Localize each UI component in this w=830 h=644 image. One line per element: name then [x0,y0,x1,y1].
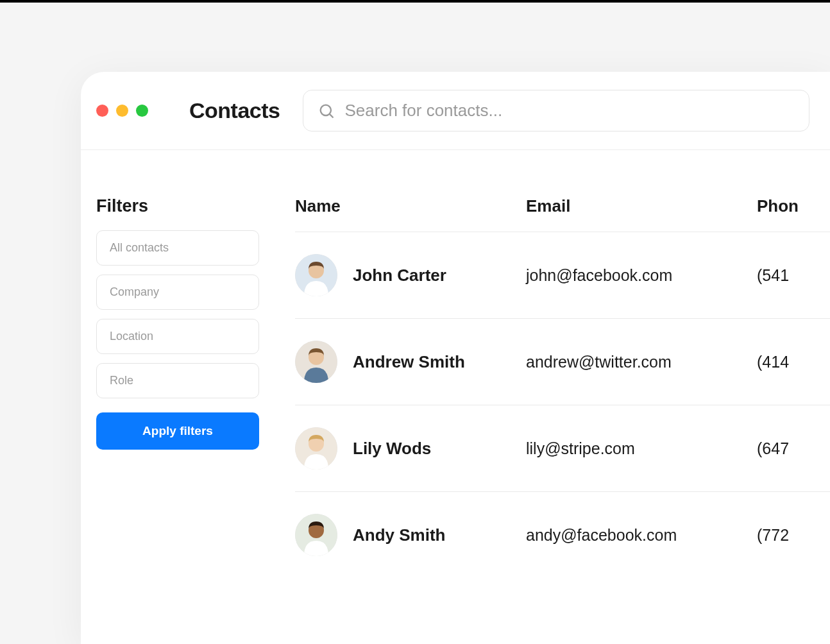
traffic-lights [96,105,148,117]
filter-input-contacts[interactable] [96,230,259,266]
avatar [295,427,337,470]
search-field-wrapper[interactable] [303,90,809,131]
filter-input-role[interactable] [96,363,259,398]
svg-point-0 [321,105,331,115]
contact-name: Lily Wods [353,439,431,459]
avatar [295,254,337,296]
filters-title: Filters [96,196,259,216]
contact-email: lily@stripe.com [526,439,757,458]
minimize-window-button[interactable] [116,105,128,117]
titlebar: Contacts [81,72,830,150]
search-container [303,90,809,131]
name-cell: Andrew Smith [295,341,526,383]
table-row[interactable]: Andy Smithandy@facebook.com(772 [295,492,830,578]
avatar [295,514,337,556]
contact-phone: (772 [757,526,830,545]
filter-input-location[interactable] [96,319,259,354]
filters-panel: Filters Apply filters [96,196,259,578]
name-cell: Lily Wods [295,427,526,470]
close-window-button[interactable] [96,105,108,117]
svg-line-1 [330,114,334,117]
name-cell: John Carter [295,254,526,296]
filter-input-company[interactable] [96,275,259,310]
app-window: Contacts Filters Apply filters Name Emai [81,72,830,644]
contact-phone: (541 [757,266,830,285]
table-row[interactable]: Andrew Smithandrew@twitter.com(414 [295,319,830,405]
table-row[interactable]: John Carterjohn@facebook.com(541 [295,232,830,319]
apply-filters-button[interactable]: Apply filters [96,412,259,450]
contact-email: john@facebook.com [526,266,757,285]
table-body: John Carterjohn@facebook.com(541Andrew S… [295,232,830,578]
contact-phone: (414 [757,353,830,371]
contact-phone: (647 [757,439,830,458]
contact-name: John Carter [353,266,446,285]
main-body: Filters Apply filters Name Email Phon Jo… [81,150,830,578]
top-black-bar [0,0,830,3]
contact-email: andrew@twitter.com [526,353,757,371]
maximize-window-button[interactable] [136,105,148,117]
search-input[interactable] [344,101,795,121]
table-header: Name Email Phon [295,196,830,232]
column-header-phone: Phon [757,196,830,216]
contact-name: Andy Smith [353,525,445,545]
search-icon [318,102,335,120]
contact-name: Andrew Smith [353,352,465,372]
column-header-email: Email [526,196,757,216]
name-cell: Andy Smith [295,514,526,556]
avatar [295,341,337,383]
contact-email: andy@facebook.com [526,526,757,545]
app-title: Contacts [189,98,280,123]
column-header-name: Name [295,196,526,216]
table-row[interactable]: Lily Wodslily@stripe.com(647 [295,405,830,492]
contacts-table: Name Email Phon John Carterjohn@facebook… [295,196,830,578]
